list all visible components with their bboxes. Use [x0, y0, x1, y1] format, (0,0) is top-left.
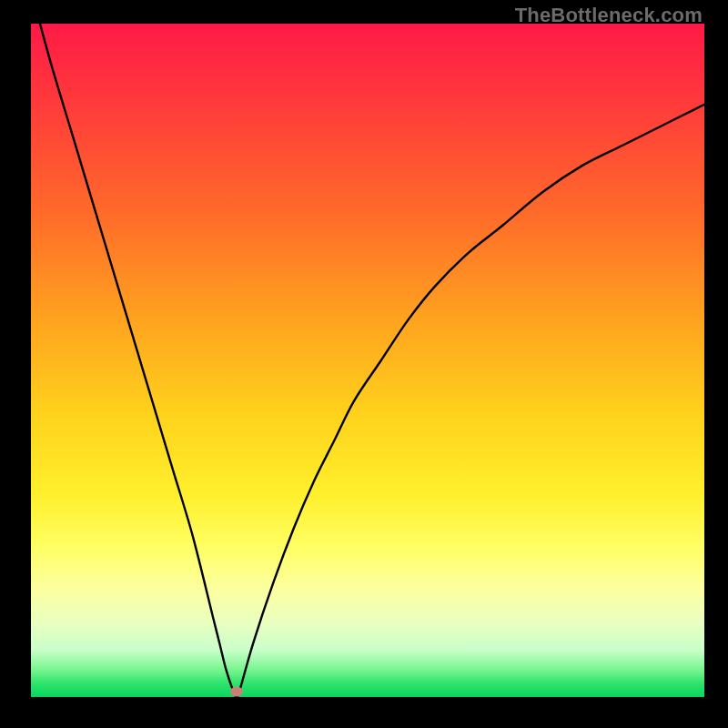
bottleneck-curve: [31, 24, 704, 697]
chart-frame: TheBottleneck.com: [0, 0, 728, 728]
optimal-point-marker: [230, 687, 243, 697]
plot-area: [31, 24, 704, 697]
